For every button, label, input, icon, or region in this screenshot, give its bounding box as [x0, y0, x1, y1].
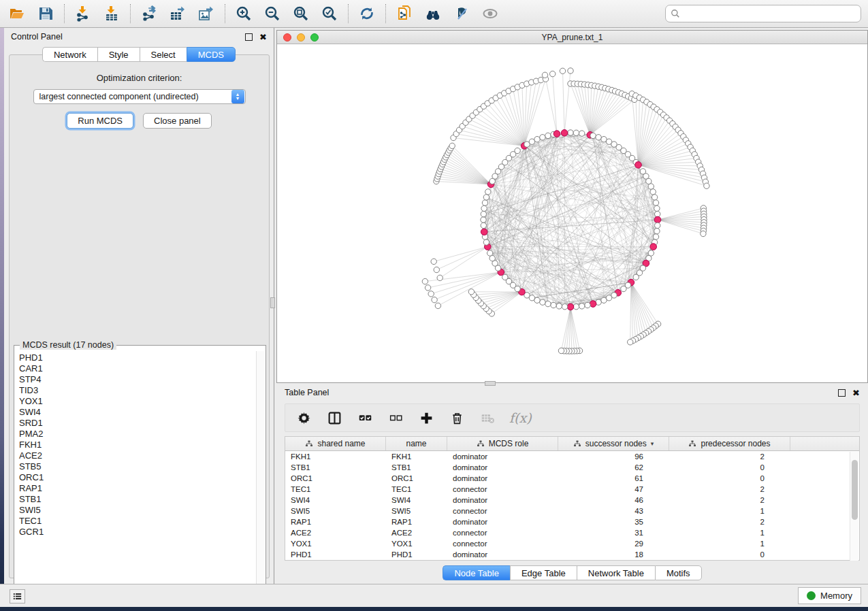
close-table-panel-icon[interactable]: ✖	[852, 389, 860, 397]
network-view-frame: YPA_prune.txt_1	[276, 30, 868, 383]
cell-successor_nodes: 62	[558, 463, 669, 472]
table-settings-icon[interactable]	[295, 409, 312, 427]
desktop-wallpaper-bottom	[0, 607, 868, 611]
table-row[interactable]: PHD1PHD1dominator180	[285, 549, 859, 560]
close-panel-icon[interactable]: ✖	[259, 33, 267, 41]
table-row[interactable]: ACE2ACE2connector311	[285, 527, 859, 538]
export-table-icon[interactable]	[169, 5, 187, 22]
mcds-tab-content: Optimization criterion: largest connecte…	[9, 54, 270, 578]
mcds-result-item[interactable]: GCR1	[19, 527, 257, 538]
mcds-result-item[interactable]: PMA2	[19, 429, 257, 440]
mcds-result-item[interactable]: SWI4	[19, 407, 257, 418]
cell-successor_nodes: 35	[558, 518, 669, 526]
cell-predecessor_nodes: 1	[669, 540, 790, 548]
export-network-icon[interactable]	[140, 5, 158, 22]
table-row[interactable]: RAP1RAP1dominator352	[285, 516, 859, 527]
open-file-icon[interactable]	[8, 5, 26, 22]
mcds-result-item[interactable]: TEC1	[19, 516, 257, 527]
tab-network-table[interactable]: Network Table	[577, 565, 655, 580]
zoom-fit-icon[interactable]	[292, 5, 310, 22]
optimization-criterion-select[interactable]: largest connected component (undirected)…	[33, 89, 246, 104]
tab-network[interactable]: Network	[42, 47, 97, 62]
column-header-shared-name[interactable]: shared name	[285, 437, 386, 450]
table-row[interactable]: TEC1TEC1connector472	[285, 484, 859, 495]
cell-name: YOX1	[386, 540, 447, 548]
export-image-icon[interactable]	[197, 5, 215, 22]
float-table-panel-icon[interactable]	[838, 389, 846, 397]
mcds-result-item[interactable]: ORC1	[19, 472, 257, 483]
cell-successor_nodes: 18	[558, 550, 669, 559]
table-row[interactable]: SWI4SWI4dominator462	[285, 495, 859, 506]
function-builder-icon: f(x)	[509, 410, 532, 425]
column-header-MCDS-role[interactable]: MCDS role	[447, 437, 558, 450]
table-row[interactable]: FKH1FKH1dominator962	[285, 451, 859, 462]
mcds-result-item[interactable]: STP4	[19, 374, 257, 385]
table-row[interactable]: SWI5SWI5connector431	[285, 506, 859, 516]
save-session-icon[interactable]	[37, 5, 54, 22]
select-all-rows-icon[interactable]	[356, 409, 374, 427]
tab-select[interactable]: Select	[140, 47, 187, 62]
mcds-result-item[interactable]: STB5	[19, 461, 257, 472]
mcds-result-item[interactable]: TID3	[19, 385, 257, 396]
column-header-successor-nodes[interactable]: successor nodes▾	[558, 437, 669, 450]
delete-column-icon[interactable]	[448, 409, 466, 427]
search-input[interactable]	[684, 9, 856, 18]
mcds-result-item[interactable]: ACE2	[19, 450, 257, 461]
add-column-icon[interactable]	[417, 409, 435, 427]
show-all-icon[interactable]	[481, 5, 499, 22]
mcds-result-item[interactable]: PHD1	[19, 352, 257, 363]
main-toolbar	[0, 0, 868, 28]
mcds-result-item[interactable]: SWI5	[19, 505, 257, 516]
first-neighbors-icon[interactable]	[424, 5, 442, 22]
cell-predecessor_nodes: 0	[669, 474, 790, 482]
network-window-titlebar[interactable]: YPA_prune.txt_1	[277, 31, 867, 44]
task-history-button[interactable]	[10, 589, 25, 604]
mcds-result-item[interactable]: FKH1	[19, 440, 257, 450]
mcds-result-item[interactable]: SRD1	[19, 418, 257, 429]
column-header-predecessor-nodes[interactable]: predecessor nodes	[669, 437, 790, 450]
table-scrollbar[interactable]	[850, 452, 858, 561]
network-canvas[interactable]	[277, 44, 867, 382]
mcds-result-list[interactable]: PHD1CAR1STP4TID3YOX1SWI4SRD1PMA2FKH1ACE2…	[15, 351, 257, 596]
tab-style[interactable]: Style	[97, 47, 140, 62]
table-scrollbar-thumb[interactable]	[852, 460, 858, 520]
mcds-result-item[interactable]: STB1	[19, 494, 257, 505]
cell-name: RAP1	[386, 518, 447, 526]
cell-name: TEC1	[386, 485, 447, 493]
memory-status-icon	[807, 591, 816, 600]
vertical-splitter-handle[interactable]	[270, 297, 275, 308]
zoom-out-icon[interactable]	[263, 5, 281, 22]
horizontal-splitter-handle[interactable]	[485, 381, 496, 386]
table-panel-title: Table Panel	[285, 388, 329, 397]
node-table-header: shared namenameMCDS rolesuccessor nodes▾…	[285, 437, 859, 451]
mcds-result-scrollbar[interactable]	[256, 351, 265, 596]
tab-node-table[interactable]: Node Table	[443, 565, 510, 580]
column-visibility-icon[interactable]	[325, 409, 343, 427]
mcds-result-item[interactable]: RAP1	[19, 483, 257, 494]
cell-predecessor_nodes: 0	[669, 463, 790, 472]
search-box[interactable]	[665, 5, 861, 22]
import-network-icon[interactable]	[74, 5, 92, 22]
tab-motifs[interactable]: Motifs	[655, 565, 702, 580]
clone-network-icon[interactable]	[396, 5, 413, 22]
zoom-in-icon[interactable]	[235, 5, 253, 22]
float-panel-icon[interactable]	[245, 33, 253, 41]
tab-mcds[interactable]: MCDS	[187, 47, 236, 62]
table-row[interactable]: STB1STB1dominator620	[285, 462, 859, 473]
apply-layout-icon[interactable]	[358, 5, 376, 22]
import-table-icon[interactable]	[103, 5, 120, 22]
run-mcds-button[interactable]: Run MCDS	[67, 113, 133, 129]
close-panel-button[interactable]: Close panel	[143, 113, 212, 129]
mcds-result-item[interactable]: YOX1	[19, 396, 257, 407]
cell-mcds_role: connector	[447, 540, 558, 548]
deselect-all-rows-icon[interactable]	[387, 409, 404, 427]
table-row[interactable]: ORC1ORC1dominator610	[285, 473, 859, 484]
mcds-result-item[interactable]: CAR1	[19, 363, 257, 374]
cell-name: SWI5	[386, 507, 447, 515]
hide-selected-icon[interactable]	[453, 5, 470, 22]
zoom-selected-icon[interactable]	[321, 5, 338, 22]
column-header-name[interactable]: name	[386, 437, 447, 450]
tab-edge-table[interactable]: Edge Table	[510, 565, 577, 580]
table-row[interactable]: YOX1YOX1connector291	[285, 538, 859, 549]
memory-button[interactable]: Memory	[798, 587, 861, 604]
